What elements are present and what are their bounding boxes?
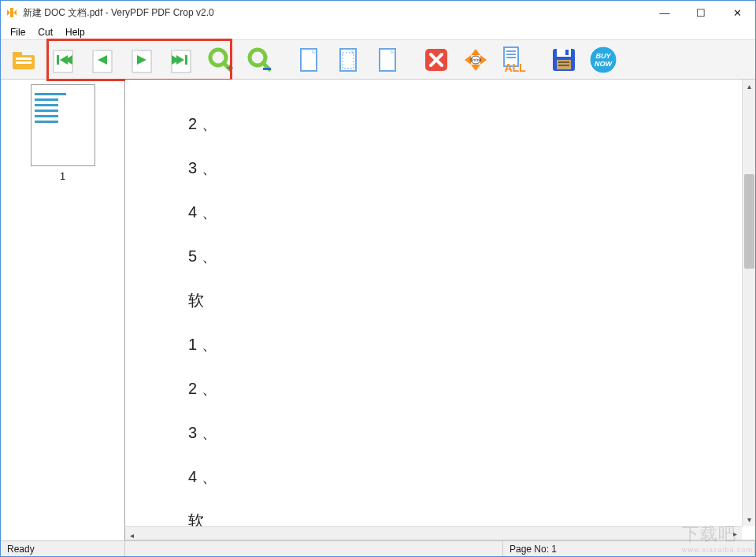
svg-text:BUY: BUY (595, 52, 611, 60)
page-content: 2 、 3 、 4 、 5 、 软 1 、 2 、 3 、 4 、 软 (125, 80, 755, 540)
doc-line: 2 、 (188, 368, 692, 409)
scroll-left-icon[interactable]: ◂ (125, 529, 139, 540)
next-page-icon (128, 46, 156, 74)
svg-rect-6 (57, 55, 59, 65)
open-folder-icon (9, 46, 38, 74)
next-page-button[interactable] (124, 43, 160, 77)
svg-rect-4 (16, 61, 32, 64)
svg-text:NOW: NOW (595, 60, 613, 68)
window-title: 新建 DOC 文档.pdf - VeryPDF PDF Crop v2.0 (23, 6, 647, 20)
svg-text:ALL: ALL (504, 61, 526, 74)
viewer-scroll-area[interactable]: 2 、 3 、 4 、 5 、 软 1 、 2 、 3 、 4 、 软 ▴ ▾ (125, 80, 755, 540)
minimize-button[interactable]: — (647, 1, 683, 24)
svg-rect-10 (185, 55, 187, 65)
doc-line: 软 (188, 280, 692, 321)
svg-rect-31 (565, 50, 569, 55)
svg-rect-16 (263, 68, 271, 70)
thumbnail-label: 1 (60, 171, 65, 182)
doc-line: 4 、 (188, 191, 692, 232)
delete-button[interactable] (418, 43, 454, 77)
all-pages-icon: ALL (499, 46, 531, 74)
doc-line: 5 、 (188, 236, 692, 277)
thumbnail-page-1[interactable] (31, 84, 95, 166)
shrink-icon: Shrink (461, 46, 490, 74)
doc-line: 3 、 (188, 412, 692, 453)
zoom-out-button[interactable] (242, 43, 278, 77)
svg-rect-0 (10, 8, 13, 17)
shrink-button[interactable]: Shrink (458, 43, 494, 77)
svg-rect-25 (506, 50, 516, 52)
first-page-icon (49, 46, 77, 74)
app-icon (6, 6, 18, 19)
scroll-right-icon[interactable]: ▸ (728, 527, 742, 540)
doc-line: 4 、 (188, 456, 692, 497)
status-spacer (125, 541, 503, 556)
scroll-down-icon[interactable]: ▾ (743, 513, 755, 526)
svg-text:Shrink: Shrink (470, 58, 482, 62)
save-button[interactable] (546, 43, 582, 77)
page-blank-icon (373, 46, 402, 74)
crop-mode-1-button[interactable] (291, 43, 327, 77)
zoom-in-icon: + (206, 46, 235, 74)
buy-now-button[interactable]: BUYNOW (585, 43, 621, 77)
document-viewer: 2 、 3 、 4 、 5 、 软 1 、 2 、 3 、 4 、 软 ▴ ▾ (125, 80, 755, 540)
toolbar: + Shrink ALL (1, 40, 755, 80)
zoom-in-button[interactable]: + (202, 43, 239, 77)
prev-page-button[interactable] (84, 43, 120, 77)
menu-file[interactable]: File (4, 25, 32, 39)
vertical-scrollbar[interactable]: ▴ ▾ (742, 80, 755, 526)
close-button[interactable]: ✕ (719, 1, 755, 24)
menu-cut[interactable]: Cut (32, 25, 59, 39)
thumbnail-pane: 1 (1, 80, 125, 540)
menubar: File Cut Help (1, 24, 755, 40)
status-ready: Ready (1, 541, 125, 556)
open-button[interactable] (6, 43, 42, 77)
status-page: Page No: 1 (503, 541, 755, 556)
svg-rect-34 (558, 65, 569, 66)
last-page-button[interactable] (163, 43, 199, 77)
scroll-thumb[interactable] (744, 174, 754, 269)
crop-mode-3-button[interactable] (369, 43, 406, 77)
doc-line: 3 、 (188, 147, 692, 188)
doc-line: 1 、 (188, 324, 692, 365)
svg-rect-26 (506, 54, 516, 55)
scroll-up-icon[interactable]: ▴ (743, 80, 755, 93)
titlebar: 新建 DOC 文档.pdf - VeryPDF PDF Crop v2.0 — … (1, 1, 755, 24)
zoom-out-icon (246, 46, 274, 74)
maximize-button[interactable]: ☐ (683, 1, 719, 24)
statusbar: Ready Page No: 1 (1, 540, 755, 556)
last-page-icon (167, 46, 195, 74)
prev-page-icon (88, 46, 117, 74)
crop-mode-2-button[interactable] (330, 43, 366, 77)
doc-line: 2 、 (188, 103, 692, 144)
menu-help[interactable]: Help (59, 25, 91, 39)
save-icon (550, 46, 578, 74)
first-page-button[interactable] (45, 43, 81, 77)
svg-text:+: + (227, 61, 233, 74)
buy-now-icon: BUYNOW (587, 44, 619, 76)
all-pages-button[interactable]: ALL (497, 43, 533, 77)
window-controls: — ☐ ✕ (647, 1, 755, 24)
delete-icon (422, 46, 450, 74)
horizontal-scrollbar[interactable]: ◂ ▸ (125, 526, 742, 540)
svg-rect-30 (557, 49, 571, 57)
svg-rect-27 (506, 57, 516, 58)
svg-rect-2 (13, 52, 22, 57)
svg-rect-3 (16, 58, 32, 60)
app-window: 新建 DOC 文档.pdf - VeryPDF PDF Crop v2.0 — … (0, 0, 756, 557)
page-icon (295, 46, 323, 74)
workspace: 1 2 、 3 、 4 、 5 、 软 1 、 2 、 3 、 4 、 软 ▴ (1, 80, 755, 540)
svg-rect-33 (558, 61, 569, 63)
thumbnail-preview (35, 93, 91, 123)
page-border-icon (334, 46, 362, 74)
